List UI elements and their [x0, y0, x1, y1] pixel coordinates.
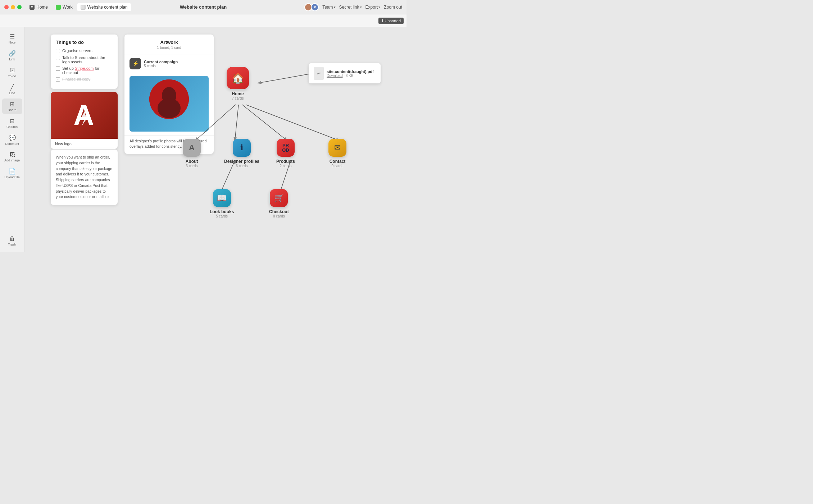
minimize-button[interactable]: [11, 5, 15, 9]
products-label: Products: [276, 159, 295, 164]
about-node-icon: A: [183, 139, 201, 157]
designer-profiles-label: Designer profiles: [224, 159, 259, 164]
node-checkout[interactable]: 🛒 Checkout 0 cards: [269, 189, 289, 218]
mindmap: pdf site-content(draught).pdf Download ·…: [168, 27, 407, 252]
sidebar-item-line[interactable]: ╱ Line: [2, 82, 22, 97]
sidebar-item-note[interactable]: ☰ Note: [2, 31, 22, 46]
line-icon: ╱: [10, 84, 14, 91]
pdf-size: 8 KB: [346, 74, 354, 78]
window-title: Website content plan: [180, 4, 227, 10]
pdf-meta: Download · 8 KB: [327, 74, 374, 78]
close-button[interactable]: [4, 5, 9, 9]
sidebar-item-todo[interactable]: ☑ To-do: [2, 65, 22, 80]
pdf-icon: pdf: [314, 67, 324, 80]
export-button[interactable]: Export ▾: [365, 5, 381, 10]
contact-node-icon: ✉: [328, 139, 346, 157]
node-about[interactable]: A About 3 cards: [183, 139, 201, 168]
pdf-info: site-content(draught).pdf Download · 8 K…: [327, 69, 374, 78]
node-products[interactable]: PROD Products 2 cards: [276, 139, 295, 168]
plan-tab-icon: ⬜: [81, 5, 86, 10]
checkbox-3[interactable]: [56, 67, 60, 71]
checkbox-1[interactable]: [56, 49, 60, 53]
team-button[interactable]: Team ▾: [322, 5, 335, 10]
checkout-label: Checkout: [269, 209, 289, 214]
designer-profiles-node-icon: ℹ: [233, 139, 251, 157]
tab-bar: M Home Work ⬜ Website content plan: [26, 3, 131, 11]
logo-card[interactable]: A New logo: [51, 92, 118, 149]
pdf-card[interactable]: pdf site-content(draught).pdf Download ·…: [309, 63, 381, 83]
designer-profiles-count: 6 cards: [236, 164, 248, 168]
sidebar-item-trash[interactable]: 🗑 Trash: [2, 233, 22, 248]
products-node-icon: PROD: [277, 139, 295, 157]
look-books-label: Look books: [210, 209, 234, 214]
tab-website-plan[interactable]: ⬜ Website content plan: [77, 3, 131, 11]
contact-count: 0 cards: [332, 164, 344, 168]
sidebar-item-board[interactable]: ⊞ Board: [2, 98, 22, 114]
about-label: About: [186, 159, 198, 164]
logo-label: New logo: [51, 139, 118, 149]
home-tab-icon: M: [29, 5, 35, 10]
svg-line-8: [235, 105, 239, 141]
link-icon: 🔗: [9, 50, 16, 57]
sidebar: ☰ Note 🔗 Link ☑ To-do ╱ Line ⊞ Board ⊟ C…: [0, 27, 24, 252]
stripe-link[interactable]: Stripe.com: [75, 66, 94, 70]
sidebar-item-upload[interactable]: 📄 Upload file: [2, 166, 22, 181]
todo-item-4: Finalise all copy: [56, 77, 113, 82]
sidebar-item-column[interactable]: ⊟ Column: [2, 115, 22, 131]
campaign-icon: ⚡: [130, 58, 141, 69]
about-count: 3 cards: [186, 164, 198, 168]
text-card[interactable]: When you want to ship an order, your shi…: [51, 150, 118, 205]
sidebar-item-add-image[interactable]: 🖼 Add image: [2, 149, 22, 164]
zoom-out-button[interactable]: Zoom out: [384, 5, 402, 10]
avatar-group: P: [304, 3, 319, 11]
todo-item-3: Set up Stripe.com for checkout: [56, 66, 113, 75]
download-link[interactable]: Download: [327, 74, 342, 78]
look-books-node-icon: 📖: [213, 189, 231, 207]
tab-home[interactable]: M Home: [26, 3, 51, 11]
pdf-filename: site-content(draught).pdf: [327, 69, 374, 74]
plan-tab-label: Website content plan: [87, 5, 128, 10]
node-designer-profiles[interactable]: ℹ Designer profiles 6 cards: [224, 139, 259, 168]
todo-title: Things to do: [56, 40, 113, 45]
contact-label: Contact: [330, 159, 346, 164]
canvas[interactable]: Things to do Organise servers Talk to Sh…: [24, 27, 407, 252]
look-books-count: 5 cards: [216, 214, 228, 218]
chevron-down-icon: ▾: [378, 5, 380, 9]
node-home[interactable]: 🏠 Home 7 cards: [227, 67, 249, 100]
avatar-2: P: [311, 3, 319, 11]
chevron-down-icon: ▾: [334, 5, 336, 9]
note-icon: ☰: [10, 33, 15, 40]
column-icon: ⊟: [10, 118, 14, 124]
checkbox-2[interactable]: [56, 56, 60, 60]
board-icon: ⊞: [10, 101, 14, 107]
home-tab-label: Home: [36, 5, 48, 10]
todo-item-1: Organise servers: [56, 49, 113, 53]
node-look-books[interactable]: 📖 Look books 5 cards: [210, 189, 234, 218]
lightning-logo: A: [72, 99, 97, 132]
add-image-icon: 🖼: [9, 151, 15, 158]
trash-icon: 🗑: [9, 235, 15, 242]
chevron-down-icon: ▾: [360, 5, 362, 9]
svg-line-9: [242, 105, 287, 141]
home-label: Home: [232, 91, 244, 96]
secret-link-button[interactable]: Secret link ▾: [339, 5, 362, 10]
todo-item-2: Talk to Sharon about the logo assets: [56, 55, 113, 64]
checkbox-4[interactable]: [56, 77, 60, 82]
tab-work[interactable]: Work: [52, 3, 76, 11]
checkout-node-icon: 🛒: [270, 189, 288, 207]
todo-card[interactable]: Things to do Organise servers Talk to Sh…: [51, 35, 118, 89]
work-tab-icon: [56, 5, 61, 10]
svg-line-10: [246, 105, 339, 141]
menubar: 1 Unsorted: [0, 14, 407, 27]
maximize-button[interactable]: [17, 5, 22, 9]
products-count: 2 cards: [280, 164, 292, 168]
titlebar: M Home Work ⬜ Website content plan Websi…: [0, 0, 407, 14]
node-contact[interactable]: ✉ Contact 0 cards: [328, 139, 346, 168]
traffic-lights: [4, 5, 22, 9]
svg-line-13: [258, 74, 309, 83]
svg-line-7: [195, 105, 236, 141]
main-layout: ☰ Note 🔗 Link ☑ To-do ╱ Line ⊞ Board ⊟ C…: [0, 27, 407, 252]
sidebar-item-link[interactable]: 🔗 Link: [2, 48, 22, 63]
unsorted-button[interactable]: 1 Unsorted: [378, 18, 404, 24]
sidebar-item-comment[interactable]: 💬 Comment: [2, 132, 22, 148]
